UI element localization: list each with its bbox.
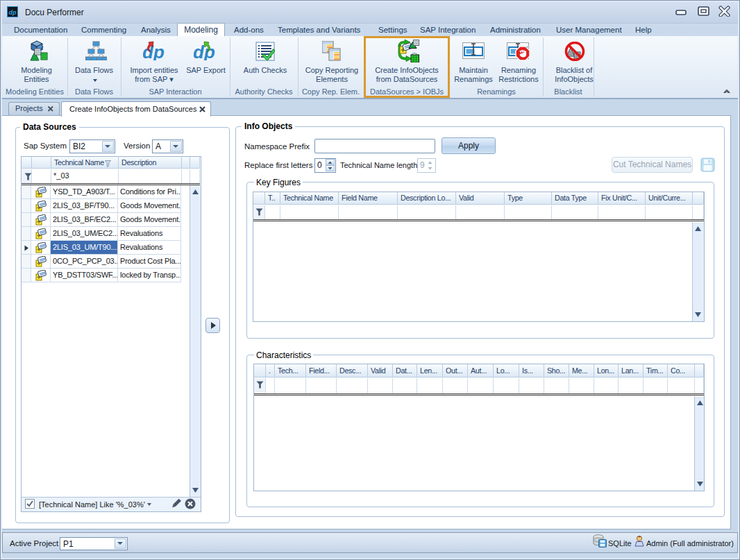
svg-text:dp: dp	[9, 9, 17, 16]
svg-text:dp: dp	[143, 42, 165, 60]
